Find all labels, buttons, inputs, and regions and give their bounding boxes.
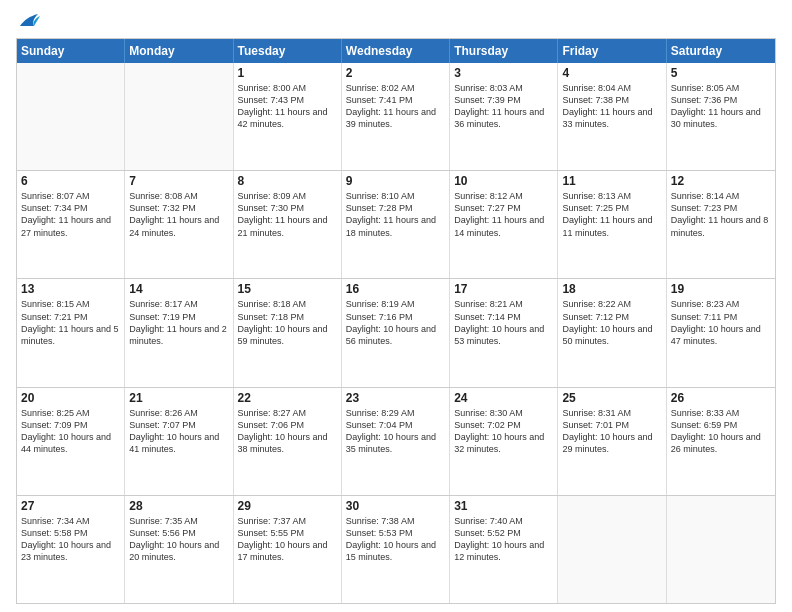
day-number: 10 (454, 174, 553, 188)
day-number: 6 (21, 174, 120, 188)
day-info: Sunrise: 8:02 AM Sunset: 7:41 PM Dayligh… (346, 82, 445, 131)
header-day-saturday: Saturday (667, 39, 775, 63)
day-info: Sunrise: 8:30 AM Sunset: 7:02 PM Dayligh… (454, 407, 553, 456)
day-info: Sunrise: 8:25 AM Sunset: 7:09 PM Dayligh… (21, 407, 120, 456)
day-info: Sunrise: 8:07 AM Sunset: 7:34 PM Dayligh… (21, 190, 120, 239)
day-info: Sunrise: 8:33 AM Sunset: 6:59 PM Dayligh… (671, 407, 771, 456)
header-day-thursday: Thursday (450, 39, 558, 63)
day-number: 15 (238, 282, 337, 296)
header (16, 12, 776, 30)
header-day-friday: Friday (558, 39, 666, 63)
day-info: Sunrise: 8:14 AM Sunset: 7:23 PM Dayligh… (671, 190, 771, 239)
day-number: 31 (454, 499, 553, 513)
header-day-monday: Monday (125, 39, 233, 63)
day-info: Sunrise: 8:22 AM Sunset: 7:12 PM Dayligh… (562, 298, 661, 347)
day-cell-13: 13Sunrise: 8:15 AM Sunset: 7:21 PM Dayli… (17, 279, 125, 386)
day-info: Sunrise: 8:08 AM Sunset: 7:32 PM Dayligh… (129, 190, 228, 239)
header-day-sunday: Sunday (17, 39, 125, 63)
day-info: Sunrise: 7:35 AM Sunset: 5:56 PM Dayligh… (129, 515, 228, 564)
day-cell-15: 15Sunrise: 8:18 AM Sunset: 7:18 PM Dayli… (234, 279, 342, 386)
day-cell-3: 3Sunrise: 8:03 AM Sunset: 7:39 PM Daylig… (450, 63, 558, 170)
day-info: Sunrise: 8:18 AM Sunset: 7:18 PM Dayligh… (238, 298, 337, 347)
day-number: 13 (21, 282, 120, 296)
empty-cell (125, 63, 233, 170)
day-info: Sunrise: 8:29 AM Sunset: 7:04 PM Dayligh… (346, 407, 445, 456)
day-info: Sunrise: 8:23 AM Sunset: 7:11 PM Dayligh… (671, 298, 771, 347)
day-number: 9 (346, 174, 445, 188)
day-info: Sunrise: 8:13 AM Sunset: 7:25 PM Dayligh… (562, 190, 661, 239)
day-cell-29: 29Sunrise: 7:37 AM Sunset: 5:55 PM Dayli… (234, 496, 342, 603)
page-container: SundayMondayTuesdayWednesdayThursdayFrid… (0, 0, 792, 612)
day-cell-25: 25Sunrise: 8:31 AM Sunset: 7:01 PM Dayli… (558, 388, 666, 495)
day-cell-11: 11Sunrise: 8:13 AM Sunset: 7:25 PM Dayli… (558, 171, 666, 278)
header-day-tuesday: Tuesday (234, 39, 342, 63)
day-number: 27 (21, 499, 120, 513)
day-cell-22: 22Sunrise: 8:27 AM Sunset: 7:06 PM Dayli… (234, 388, 342, 495)
day-info: Sunrise: 8:00 AM Sunset: 7:43 PM Dayligh… (238, 82, 337, 131)
day-number: 14 (129, 282, 228, 296)
calendar-body: 1Sunrise: 8:00 AM Sunset: 7:43 PM Daylig… (17, 63, 775, 603)
logo (16, 12, 40, 30)
day-info: Sunrise: 7:40 AM Sunset: 5:52 PM Dayligh… (454, 515, 553, 564)
day-info: Sunrise: 8:03 AM Sunset: 7:39 PM Dayligh… (454, 82, 553, 131)
calendar: SundayMondayTuesdayWednesdayThursdayFrid… (16, 38, 776, 604)
day-info: Sunrise: 8:31 AM Sunset: 7:01 PM Dayligh… (562, 407, 661, 456)
day-cell-24: 24Sunrise: 8:30 AM Sunset: 7:02 PM Dayli… (450, 388, 558, 495)
day-number: 20 (21, 391, 120, 405)
day-cell-17: 17Sunrise: 8:21 AM Sunset: 7:14 PM Dayli… (450, 279, 558, 386)
day-cell-30: 30Sunrise: 7:38 AM Sunset: 5:53 PM Dayli… (342, 496, 450, 603)
day-number: 2 (346, 66, 445, 80)
day-number: 1 (238, 66, 337, 80)
empty-cell (667, 496, 775, 603)
day-cell-5: 5Sunrise: 8:05 AM Sunset: 7:36 PM Daylig… (667, 63, 775, 170)
day-info: Sunrise: 8:21 AM Sunset: 7:14 PM Dayligh… (454, 298, 553, 347)
day-cell-2: 2Sunrise: 8:02 AM Sunset: 7:41 PM Daylig… (342, 63, 450, 170)
day-number: 12 (671, 174, 771, 188)
day-number: 8 (238, 174, 337, 188)
day-cell-6: 6Sunrise: 8:07 AM Sunset: 7:34 PM Daylig… (17, 171, 125, 278)
day-cell-28: 28Sunrise: 7:35 AM Sunset: 5:56 PM Dayli… (125, 496, 233, 603)
day-number: 4 (562, 66, 661, 80)
day-cell-12: 12Sunrise: 8:14 AM Sunset: 7:23 PM Dayli… (667, 171, 775, 278)
day-number: 26 (671, 391, 771, 405)
day-number: 5 (671, 66, 771, 80)
day-cell-7: 7Sunrise: 8:08 AM Sunset: 7:32 PM Daylig… (125, 171, 233, 278)
day-info: Sunrise: 8:04 AM Sunset: 7:38 PM Dayligh… (562, 82, 661, 131)
day-number: 16 (346, 282, 445, 296)
day-number: 3 (454, 66, 553, 80)
day-number: 25 (562, 391, 661, 405)
day-number: 7 (129, 174, 228, 188)
day-number: 17 (454, 282, 553, 296)
day-cell-23: 23Sunrise: 8:29 AM Sunset: 7:04 PM Dayli… (342, 388, 450, 495)
day-info: Sunrise: 8:12 AM Sunset: 7:27 PM Dayligh… (454, 190, 553, 239)
day-cell-18: 18Sunrise: 8:22 AM Sunset: 7:12 PM Dayli… (558, 279, 666, 386)
empty-cell (17, 63, 125, 170)
day-cell-1: 1Sunrise: 8:00 AM Sunset: 7:43 PM Daylig… (234, 63, 342, 170)
day-number: 30 (346, 499, 445, 513)
day-cell-14: 14Sunrise: 8:17 AM Sunset: 7:19 PM Dayli… (125, 279, 233, 386)
logo-bird-icon (18, 12, 40, 30)
day-info: Sunrise: 8:17 AM Sunset: 7:19 PM Dayligh… (129, 298, 228, 347)
day-info: Sunrise: 7:34 AM Sunset: 5:58 PM Dayligh… (21, 515, 120, 564)
day-info: Sunrise: 8:26 AM Sunset: 7:07 PM Dayligh… (129, 407, 228, 456)
day-number: 21 (129, 391, 228, 405)
calendar-row-3: 13Sunrise: 8:15 AM Sunset: 7:21 PM Dayli… (17, 278, 775, 386)
header-day-wednesday: Wednesday (342, 39, 450, 63)
day-cell-19: 19Sunrise: 8:23 AM Sunset: 7:11 PM Dayli… (667, 279, 775, 386)
day-number: 22 (238, 391, 337, 405)
day-info: Sunrise: 8:27 AM Sunset: 7:06 PM Dayligh… (238, 407, 337, 456)
calendar-header: SundayMondayTuesdayWednesdayThursdayFrid… (17, 39, 775, 63)
day-cell-10: 10Sunrise: 8:12 AM Sunset: 7:27 PM Dayli… (450, 171, 558, 278)
day-info: Sunrise: 8:05 AM Sunset: 7:36 PM Dayligh… (671, 82, 771, 131)
day-cell-8: 8Sunrise: 8:09 AM Sunset: 7:30 PM Daylig… (234, 171, 342, 278)
day-number: 28 (129, 499, 228, 513)
day-info: Sunrise: 7:37 AM Sunset: 5:55 PM Dayligh… (238, 515, 337, 564)
day-cell-20: 20Sunrise: 8:25 AM Sunset: 7:09 PM Dayli… (17, 388, 125, 495)
day-info: Sunrise: 8:19 AM Sunset: 7:16 PM Dayligh… (346, 298, 445, 347)
empty-cell (558, 496, 666, 603)
day-number: 29 (238, 499, 337, 513)
day-number: 19 (671, 282, 771, 296)
day-number: 18 (562, 282, 661, 296)
day-cell-9: 9Sunrise: 8:10 AM Sunset: 7:28 PM Daylig… (342, 171, 450, 278)
day-info: Sunrise: 7:38 AM Sunset: 5:53 PM Dayligh… (346, 515, 445, 564)
